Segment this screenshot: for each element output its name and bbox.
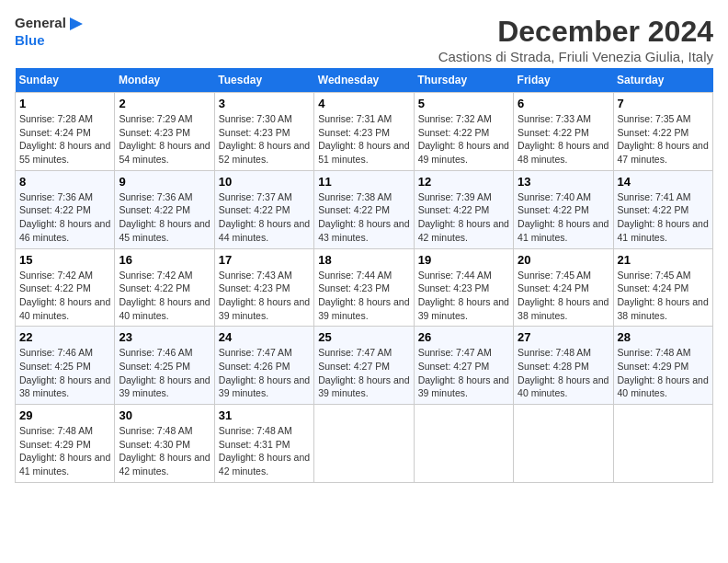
- day-number: 23: [119, 330, 210, 344]
- calendar-cell: 14 Sunrise: 7:41 AMSunset: 4:22 PMDaylig…: [613, 170, 712, 248]
- calendar-cell: 19 Sunrise: 7:44 AMSunset: 4:23 PMDaylig…: [414, 248, 513, 327]
- day-number: 18: [318, 253, 409, 267]
- day-info: Sunrise: 7:36 AMSunset: 4:22 PMDaylight:…: [19, 191, 110, 243]
- day-info: Sunrise: 7:28 AMSunset: 4:24 PMDaylight:…: [19, 113, 110, 165]
- day-number: 31: [219, 408, 310, 422]
- day-info: Sunrise: 7:46 AMSunset: 4:25 PMDaylight:…: [119, 347, 210, 398]
- calendar-cell: 23 Sunrise: 7:46 AMSunset: 4:25 PMDaylig…: [115, 327, 214, 405]
- day-info: Sunrise: 7:45 AMSunset: 4:24 PMDaylight:…: [618, 270, 709, 321]
- calendar-cell: 28 Sunrise: 7:48 AMSunset: 4:29 PMDaylig…: [613, 327, 712, 405]
- calendar-cell: 24 Sunrise: 7:47 AMSunset: 4:26 PMDaylig…: [214, 327, 313, 405]
- day-info: Sunrise: 7:39 AMSunset: 4:22 PMDaylight:…: [418, 191, 509, 243]
- day-info: Sunrise: 7:37 AMSunset: 4:22 PMDaylight:…: [219, 191, 310, 243]
- day-number: 24: [219, 330, 310, 344]
- day-number: 11: [318, 175, 409, 189]
- calendar-cell: 16 Sunrise: 7:42 AMSunset: 4:22 PMDaylig…: [115, 248, 214, 327]
- day-info: Sunrise: 7:31 AMSunset: 4:23 PMDaylight:…: [318, 113, 409, 165]
- calendar-week-3: 22 Sunrise: 7:46 AMSunset: 4:25 PMDaylig…: [16, 327, 713, 405]
- calendar-cell: 5 Sunrise: 7:32 AMSunset: 4:22 PMDayligh…: [414, 93, 513, 171]
- logo-text: General Blue: [15, 15, 85, 49]
- calendar-week-2: 15 Sunrise: 7:42 AMSunset: 4:22 PMDaylig…: [16, 248, 713, 327]
- day-info: Sunrise: 7:30 AMSunset: 4:23 PMDaylight:…: [219, 113, 310, 165]
- calendar-cell: [613, 405, 712, 483]
- calendar-week-1: 8 Sunrise: 7:36 AMSunset: 4:22 PMDayligh…: [16, 170, 713, 248]
- day-info: Sunrise: 7:47 AMSunset: 4:26 PMDaylight:…: [219, 347, 310, 398]
- day-info: Sunrise: 7:33 AMSunset: 4:22 PMDaylight:…: [518, 113, 609, 165]
- header-row: Sunday Monday Tuesday Wednesday Thursday…: [16, 68, 713, 93]
- day-number: 8: [19, 175, 110, 189]
- day-info: Sunrise: 7:47 AMSunset: 4:27 PMDaylight:…: [318, 347, 409, 398]
- calendar-cell: [414, 405, 513, 483]
- day-info: Sunrise: 7:29 AMSunset: 4:23 PMDaylight:…: [119, 113, 210, 165]
- day-info: Sunrise: 7:48 AMSunset: 4:30 PMDaylight:…: [119, 425, 210, 477]
- calendar-cell: [314, 405, 414, 483]
- calendar-cell: 13 Sunrise: 7:40 AMSunset: 4:22 PMDaylig…: [514, 170, 613, 248]
- day-info: Sunrise: 7:38 AMSunset: 4:22 PMDaylight:…: [318, 191, 409, 243]
- day-info: Sunrise: 7:41 AMSunset: 4:22 PMDaylight:…: [618, 191, 709, 243]
- day-number: 9: [119, 175, 210, 189]
- day-number: 15: [19, 253, 110, 267]
- day-number: 10: [219, 175, 310, 189]
- day-number: 6: [518, 97, 609, 110]
- day-info: Sunrise: 7:43 AMSunset: 4:23 PMDaylight:…: [219, 270, 310, 321]
- day-number: 3: [219, 97, 310, 110]
- calendar-cell: 3 Sunrise: 7:30 AMSunset: 4:23 PMDayligh…: [214, 93, 313, 171]
- logo-arrow-icon: [68, 16, 85, 32]
- calendar-cell: 15 Sunrise: 7:42 AMSunset: 4:22 PMDaylig…: [16, 248, 115, 327]
- day-number: 7: [618, 97, 709, 110]
- day-info: Sunrise: 7:36 AMSunset: 4:22 PMDaylight:…: [119, 191, 210, 243]
- day-info: Sunrise: 7:44 AMSunset: 4:23 PMDaylight:…: [318, 270, 409, 321]
- calendar-cell: 29 Sunrise: 7:48 AMSunset: 4:29 PMDaylig…: [16, 405, 115, 483]
- calendar-cell: 22 Sunrise: 7:46 AMSunset: 4:25 PMDaylig…: [16, 327, 115, 405]
- calendar-cell: 31 Sunrise: 7:48 AMSunset: 4:31 PMDaylig…: [214, 405, 313, 483]
- calendar-cell: 27 Sunrise: 7:48 AMSunset: 4:28 PMDaylig…: [514, 327, 613, 405]
- day-info: Sunrise: 7:48 AMSunset: 4:29 PMDaylight:…: [19, 425, 110, 477]
- calendar-cell: 11 Sunrise: 7:38 AMSunset: 4:22 PMDaylig…: [314, 170, 414, 248]
- calendar-table: Sunday Monday Tuesday Wednesday Thursday…: [15, 68, 713, 483]
- calendar-cell: 12 Sunrise: 7:39 AMSunset: 4:22 PMDaylig…: [414, 170, 513, 248]
- calendar-cell: 9 Sunrise: 7:36 AMSunset: 4:22 PMDayligh…: [115, 170, 214, 248]
- calendar-cell: 21 Sunrise: 7:45 AMSunset: 4:24 PMDaylig…: [613, 248, 712, 327]
- day-info: Sunrise: 7:42 AMSunset: 4:22 PMDaylight:…: [19, 270, 110, 321]
- day-info: Sunrise: 7:48 AMSunset: 4:31 PMDaylight:…: [219, 425, 310, 477]
- calendar-cell: 10 Sunrise: 7:37 AMSunset: 4:22 PMDaylig…: [214, 170, 313, 248]
- calendar-cell: 4 Sunrise: 7:31 AMSunset: 4:23 PMDayligh…: [314, 93, 414, 171]
- day-number: 14: [618, 175, 709, 189]
- day-number: 22: [19, 330, 110, 344]
- day-info: Sunrise: 7:44 AMSunset: 4:23 PMDaylight:…: [418, 270, 509, 321]
- day-number: 21: [618, 253, 709, 267]
- col-sunday: Sunday: [16, 68, 115, 93]
- day-info: Sunrise: 7:46 AMSunset: 4:25 PMDaylight:…: [19, 347, 110, 398]
- day-number: 30: [119, 408, 210, 422]
- day-info: Sunrise: 7:42 AMSunset: 4:22 PMDaylight:…: [119, 270, 210, 321]
- day-number: 2: [119, 97, 210, 110]
- logo: General Blue: [15, 15, 85, 49]
- subtitle: Castions di Strada, Friuli Venezia Giuli…: [438, 49, 713, 64]
- calendar-week-0: 1 Sunrise: 7:28 AMSunset: 4:24 PMDayligh…: [16, 93, 713, 171]
- day-number: 5: [418, 97, 509, 110]
- calendar-cell: 7 Sunrise: 7:35 AMSunset: 4:22 PMDayligh…: [613, 93, 712, 171]
- day-info: Sunrise: 7:35 AMSunset: 4:22 PMDaylight:…: [618, 113, 709, 165]
- day-number: 28: [618, 330, 709, 344]
- day-number: 12: [418, 175, 509, 189]
- col-monday: Monday: [115, 68, 214, 93]
- day-info: Sunrise: 7:40 AMSunset: 4:22 PMDaylight:…: [518, 191, 609, 243]
- calendar-cell: 17 Sunrise: 7:43 AMSunset: 4:23 PMDaylig…: [214, 248, 313, 327]
- header: General Blue December 2024 Castions di S…: [15, 15, 713, 64]
- day-info: Sunrise: 7:48 AMSunset: 4:29 PMDaylight:…: [618, 347, 709, 398]
- calendar-cell: [514, 405, 613, 483]
- day-number: 26: [418, 330, 509, 344]
- calendar-cell: 18 Sunrise: 7:44 AMSunset: 4:23 PMDaylig…: [314, 248, 414, 327]
- calendar-cell: 1 Sunrise: 7:28 AMSunset: 4:24 PMDayligh…: [16, 93, 115, 171]
- svg-marker-0: [70, 17, 83, 30]
- day-info: Sunrise: 7:47 AMSunset: 4:27 PMDaylight:…: [418, 347, 509, 398]
- day-info: Sunrise: 7:48 AMSunset: 4:28 PMDaylight:…: [518, 347, 609, 398]
- day-number: 29: [19, 408, 110, 422]
- day-number: 27: [518, 330, 609, 344]
- calendar-cell: 6 Sunrise: 7:33 AMSunset: 4:22 PMDayligh…: [514, 93, 613, 171]
- calendar-cell: 30 Sunrise: 7:48 AMSunset: 4:30 PMDaylig…: [115, 405, 214, 483]
- calendar-cell: 8 Sunrise: 7:36 AMSunset: 4:22 PMDayligh…: [16, 170, 115, 248]
- day-number: 17: [219, 253, 310, 267]
- title-area: December 2024 Castions di Strada, Friuli…: [438, 15, 713, 64]
- day-number: 19: [418, 253, 509, 267]
